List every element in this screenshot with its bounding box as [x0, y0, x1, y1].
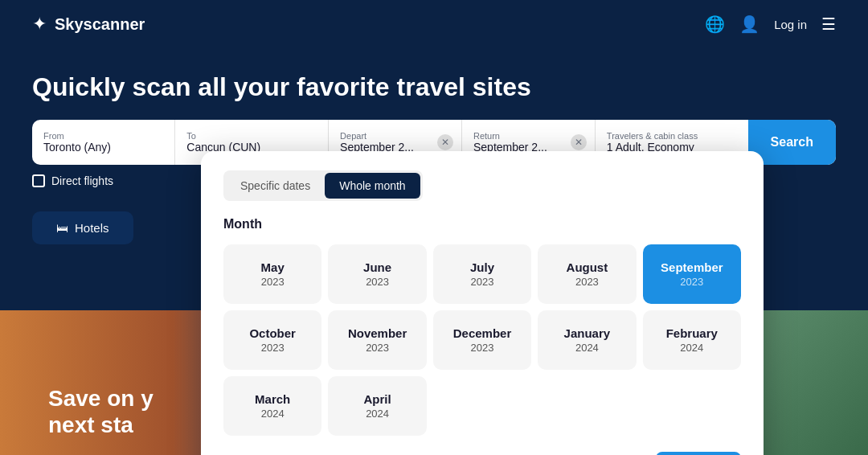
logo-text: Skyscanner: [55, 15, 145, 34]
skyscanner-logo-icon: ✦: [32, 14, 47, 35]
month-name: February: [653, 326, 731, 340]
whole-month-button[interactable]: Whole month: [325, 173, 420, 199]
cabin-label: Travelers & cabin class: [607, 131, 737, 141]
month-year: 2024: [547, 342, 626, 354]
month-cell[interactable]: December2023: [433, 310, 531, 370]
hero-image-right: [764, 310, 868, 455]
month-cell[interactable]: May2023: [223, 244, 321, 304]
month-section-label: Month: [223, 217, 741, 232]
hotels-tab[interactable]: 🛏 Hotels: [32, 211, 133, 244]
month-name: June: [338, 260, 416, 274]
header-right: 🌐 👤 Log in ☰: [705, 14, 836, 34]
month-cell[interactable]: January2024: [538, 310, 636, 370]
hero-line-1: Save on y: [48, 385, 154, 412]
month-cell[interactable]: March2024: [223, 376, 321, 436]
depart-clear-icon[interactable]: ✕: [437, 134, 453, 150]
hotels-icon: 🛏: [56, 221, 68, 235]
month-year: 2023: [233, 342, 312, 354]
direct-flights-label: Direct flights: [51, 174, 113, 187]
from-value: Toronto (Any): [43, 141, 163, 154]
to-label: To: [186, 131, 317, 141]
month-year: 2023: [653, 276, 731, 288]
specific-dates-button[interactable]: Specific dates: [226, 173, 325, 199]
header: ✦ Skyscanner 🌐 👤 Log in ☰: [0, 0, 868, 48]
month-name: October: [233, 326, 312, 340]
direct-flights-checkbox[interactable]: [32, 174, 45, 187]
month-year: 2024: [338, 408, 416, 420]
month-grid: May2023June2023July2023August2023Septemb…: [223, 244, 741, 436]
month-name: April: [338, 392, 416, 406]
month-cell[interactable]: April2024: [328, 376, 426, 436]
month-name: August: [547, 260, 626, 274]
month-name: May: [233, 260, 312, 274]
month-name: September: [653, 260, 731, 274]
menu-icon[interactable]: ☰: [821, 14, 836, 34]
hero-line-2: next sta: [48, 412, 154, 439]
month-name: January: [547, 326, 626, 340]
month-cell[interactable]: February2024: [643, 310, 741, 370]
month-year: 2023: [233, 276, 312, 288]
login-button[interactable]: Log in: [774, 18, 807, 31]
return-label: Return: [473, 131, 583, 141]
hotels-label: Hotels: [75, 221, 109, 235]
logo-area: ✦ Skyscanner: [32, 14, 145, 35]
month-name: March: [233, 392, 312, 406]
depart-label: Depart: [340, 131, 450, 141]
modal-footer: Search for round trip Search: [223, 452, 741, 455]
user-icon[interactable]: 👤: [739, 14, 760, 34]
month-year: 2024: [653, 342, 731, 354]
hero-image-text: Save on y next sta: [48, 385, 154, 439]
month-cell[interactable]: October2023: [223, 310, 321, 370]
globe-icon[interactable]: 🌐: [705, 14, 725, 34]
month-cell[interactable]: June2023: [328, 244, 426, 304]
return-clear-icon[interactable]: ✕: [571, 134, 587, 150]
month-year: 2024: [233, 408, 312, 420]
hero-title: Quickly scan all your favorite travel si…: [32, 72, 836, 102]
month-year: 2023: [443, 276, 522, 288]
month-cell[interactable]: July2023: [433, 244, 531, 304]
month-year: 2023: [338, 342, 416, 354]
month-year: 2023: [443, 342, 522, 354]
date-picker-modal: Specific dates Whole month Month May2023…: [201, 151, 764, 455]
month-name: December: [443, 326, 522, 340]
from-label: From: [43, 131, 163, 141]
month-cell[interactable]: August2023: [538, 244, 636, 304]
date-mode-toggle: Specific dates Whole month: [223, 170, 423, 201]
month-name: November: [338, 326, 416, 340]
month-cell[interactable]: September2023: [643, 244, 741, 304]
month-name: July: [443, 260, 522, 274]
modal-search-button[interactable]: Search: [656, 452, 741, 455]
month-cell[interactable]: November2023: [328, 310, 426, 370]
month-year: 2023: [338, 276, 416, 288]
from-field[interactable]: From Toronto (Any): [32, 120, 175, 165]
month-year: 2023: [547, 276, 626, 288]
